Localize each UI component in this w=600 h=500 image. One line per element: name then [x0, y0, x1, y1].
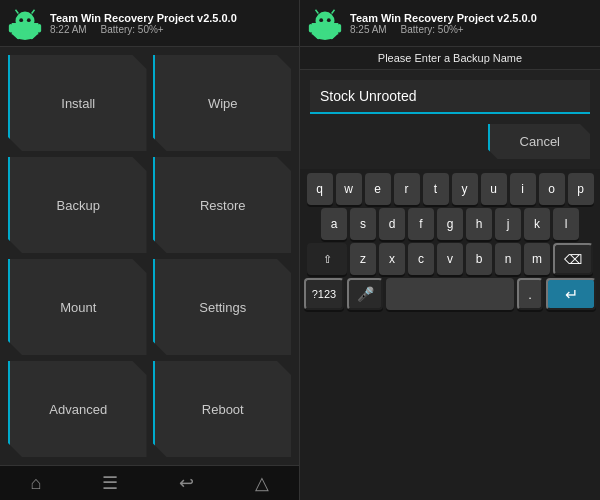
- key-l[interactable]: l: [553, 208, 579, 240]
- svg-point-2: [16, 12, 35, 31]
- android-logo: [6, 4, 44, 42]
- key-r[interactable]: r: [394, 173, 420, 205]
- key-f[interactable]: f: [408, 208, 434, 240]
- left-header: Team Win Recovery Project v2.5.0.0 8:22 …: [0, 0, 299, 47]
- right-title: Team Win Recovery Project v2.5.0.0: [350, 12, 537, 24]
- key-m[interactable]: m: [524, 243, 550, 275]
- svg-point-13: [316, 12, 335, 31]
- svg-line-5: [16, 10, 19, 14]
- back-icon[interactable]: ↩: [179, 472, 194, 494]
- svg-line-17: [332, 10, 335, 14]
- svg-rect-19: [337, 24, 341, 33]
- key-enter[interactable]: ↵: [546, 278, 596, 310]
- install-button[interactable]: Install: [8, 55, 147, 151]
- wipe-button[interactable]: Wipe: [153, 55, 292, 151]
- svg-rect-18: [309, 24, 313, 33]
- key-num[interactable]: ?123: [304, 278, 344, 310]
- advanced-button[interactable]: Advanced: [8, 361, 147, 457]
- svg-point-14: [319, 18, 323, 22]
- android-logo-right: [306, 4, 344, 42]
- svg-point-15: [327, 18, 331, 22]
- left-panel: Team Win Recovery Project v2.5.0.0 8:22 …: [0, 0, 300, 500]
- key-mic[interactable]: 🎤: [347, 278, 383, 310]
- home-icon[interactable]: ⌂: [30, 473, 41, 494]
- reboot-button[interactable]: Reboot: [153, 361, 292, 457]
- keyboard: q w e r t y u i o p a s d f g h j k l ⇧ …: [300, 169, 600, 500]
- svg-rect-20: [316, 33, 320, 40]
- key-z[interactable]: z: [350, 243, 376, 275]
- right-panel: Team Win Recovery Project v2.5.0.0 8:25 …: [300, 0, 600, 500]
- key-t[interactable]: t: [423, 173, 449, 205]
- prompt-text: Please Enter a Backup Name: [378, 52, 522, 64]
- key-p[interactable]: p: [568, 173, 594, 205]
- restore-button[interactable]: Restore: [153, 157, 292, 253]
- key-w[interactable]: w: [336, 173, 362, 205]
- home2-icon[interactable]: △: [255, 472, 269, 494]
- key-j[interactable]: j: [495, 208, 521, 240]
- key-s[interactable]: s: [350, 208, 376, 240]
- left-time-battery: 8:22 AM Battery: 50%+: [50, 24, 237, 35]
- prompt-bar: Please Enter a Backup Name: [300, 47, 600, 70]
- mount-button[interactable]: Mount: [8, 259, 147, 355]
- key-g[interactable]: g: [437, 208, 463, 240]
- key-h[interactable]: h: [466, 208, 492, 240]
- right-time-battery: 8:25 AM Battery: 50%+: [350, 24, 537, 35]
- input-area: [300, 70, 600, 124]
- svg-rect-9: [16, 33, 20, 40]
- left-title: Team Win Recovery Project v2.5.0.0: [50, 12, 237, 24]
- key-v[interactable]: v: [437, 243, 463, 275]
- cancel-area: Cancel: [300, 124, 600, 169]
- key-x[interactable]: x: [379, 243, 405, 275]
- key-u[interactable]: u: [481, 173, 507, 205]
- right-header-info: Team Win Recovery Project v2.5.0.0 8:25 …: [350, 12, 537, 35]
- keyboard-bottom-row: ?123 🎤 . ↵: [304, 278, 596, 310]
- key-y[interactable]: y: [452, 173, 478, 205]
- key-c[interactable]: c: [408, 243, 434, 275]
- key-b[interactable]: b: [466, 243, 492, 275]
- left-bottom-bar: ⌂ ☰ ↩ △: [0, 465, 299, 500]
- svg-rect-10: [30, 33, 34, 40]
- svg-rect-8: [37, 24, 41, 33]
- key-a[interactable]: a: [321, 208, 347, 240]
- key-q[interactable]: q: [307, 173, 333, 205]
- svg-point-3: [19, 18, 23, 22]
- nav-buttons-grid: Install Wipe Backup Restore Mount Settin…: [0, 47, 299, 465]
- menu-icon[interactable]: ☰: [102, 472, 118, 494]
- key-dot[interactable]: .: [517, 278, 543, 310]
- settings-button[interactable]: Settings: [153, 259, 292, 355]
- key-o[interactable]: o: [539, 173, 565, 205]
- key-i[interactable]: i: [510, 173, 536, 205]
- key-shift[interactable]: ⇧: [307, 243, 347, 275]
- svg-rect-21: [330, 33, 334, 40]
- keyboard-row-2: a s d f g h j k l: [304, 208, 596, 240]
- key-d[interactable]: d: [379, 208, 405, 240]
- svg-line-16: [316, 10, 319, 14]
- keyboard-row-3: ⇧ z x c v b n m ⌫: [304, 243, 596, 275]
- backup-button[interactable]: Backup: [8, 157, 147, 253]
- right-header: Team Win Recovery Project v2.5.0.0 8:25 …: [300, 0, 600, 47]
- svg-rect-7: [9, 24, 13, 33]
- backup-name-input[interactable]: [310, 80, 590, 114]
- left-header-info: Team Win Recovery Project v2.5.0.0 8:22 …: [50, 12, 237, 35]
- key-k[interactable]: k: [524, 208, 550, 240]
- key-e[interactable]: e: [365, 173, 391, 205]
- backspace-button[interactable]: ⌫: [553, 243, 593, 275]
- key-n[interactable]: n: [495, 243, 521, 275]
- svg-point-4: [27, 18, 31, 22]
- key-space[interactable]: [386, 278, 514, 310]
- keyboard-row-1: q w e r t y u i o p: [304, 173, 596, 205]
- cancel-button[interactable]: Cancel: [488, 124, 590, 159]
- svg-line-6: [32, 10, 35, 14]
